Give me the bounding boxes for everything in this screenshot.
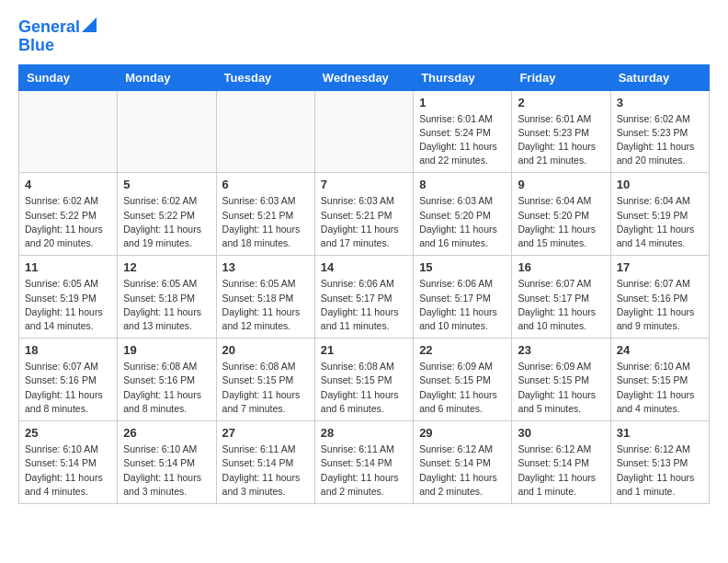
- day-info: Sunrise: 6:12 AM Sunset: 5:14 PM Dayligh…: [419, 442, 506, 499]
- calendar-cell: 8Sunrise: 6:03 AM Sunset: 5:20 PM Daylig…: [414, 173, 512, 256]
- day-number: 13: [222, 260, 309, 274]
- day-info: Sunrise: 6:04 AM Sunset: 5:19 PM Dayligh…: [617, 194, 703, 250]
- calendar-cell: 12Sunrise: 6:05 AM Sunset: 5:18 PM Dayli…: [118, 256, 216, 339]
- calendar-cell: 19Sunrise: 6:08 AM Sunset: 5:16 PM Dayli…: [118, 339, 216, 421]
- day-info: Sunrise: 6:08 AM Sunset: 5:16 PM Dayligh…: [123, 360, 210, 416]
- day-info: Sunrise: 6:02 AM Sunset: 5:22 PM Dayligh…: [25, 194, 111, 250]
- day-of-week-header: Friday: [512, 64, 610, 90]
- calendar-cell: [19, 90, 118, 173]
- day-info: Sunrise: 6:04 AM Sunset: 5:20 PM Dayligh…: [518, 194, 604, 250]
- day-info: Sunrise: 6:01 AM Sunset: 5:24 PM Dayligh…: [419, 112, 506, 168]
- day-info: Sunrise: 6:02 AM Sunset: 5:23 PM Dayligh…: [617, 112, 703, 168]
- day-of-week-header: Monday: [118, 64, 216, 90]
- day-number: 11: [25, 260, 111, 274]
- day-of-week-header: Tuesday: [216, 64, 314, 90]
- calendar-body: 1Sunrise: 6:01 AM Sunset: 5:24 PM Daylig…: [19, 90, 710, 503]
- calendar-week-row: 4Sunrise: 6:02 AM Sunset: 5:22 PM Daylig…: [19, 173, 710, 256]
- calendar-header-row: SundayMondayTuesdayWednesdayThursdayFrid…: [19, 64, 710, 90]
- day-number: 1: [419, 96, 506, 109]
- day-number: 6: [222, 178, 309, 191]
- day-number: 21: [321, 343, 407, 357]
- logo-arrow-icon: [82, 17, 97, 32]
- day-info: Sunrise: 6:03 AM Sunset: 5:21 PM Dayligh…: [321, 194, 407, 250]
- calendar-cell: 14Sunrise: 6:06 AM Sunset: 5:17 PM Dayli…: [314, 256, 413, 339]
- day-number: 3: [617, 96, 703, 109]
- day-of-week-header: Saturday: [610, 64, 709, 90]
- day-of-week-header: Sunday: [19, 64, 118, 90]
- day-info: Sunrise: 6:03 AM Sunset: 5:20 PM Dayligh…: [419, 194, 506, 250]
- day-number: 25: [25, 426, 111, 440]
- day-info: Sunrise: 6:11 AM Sunset: 5:14 PM Dayligh…: [222, 442, 309, 499]
- logo-text-general: General: [18, 18, 80, 37]
- day-number: 30: [518, 426, 604, 440]
- day-info: Sunrise: 6:09 AM Sunset: 5:15 PM Dayligh…: [518, 360, 604, 416]
- calendar-cell: 23Sunrise: 6:09 AM Sunset: 5:15 PM Dayli…: [512, 339, 610, 421]
- day-info: Sunrise: 6:01 AM Sunset: 5:23 PM Dayligh…: [518, 112, 604, 168]
- day-number: 15: [419, 260, 506, 274]
- calendar-cell: 17Sunrise: 6:07 AM Sunset: 5:16 PM Dayli…: [610, 256, 709, 339]
- day-number: 12: [123, 260, 210, 274]
- day-number: 16: [518, 260, 604, 274]
- calendar-cell: 28Sunrise: 6:11 AM Sunset: 5:14 PM Dayli…: [314, 421, 413, 504]
- day-number: 14: [321, 260, 407, 274]
- calendar-cell: 29Sunrise: 6:12 AM Sunset: 5:14 PM Dayli…: [414, 421, 512, 504]
- calendar-cell: 27Sunrise: 6:11 AM Sunset: 5:14 PM Dayli…: [216, 421, 314, 504]
- logo-text-blue: Blue: [18, 36, 54, 54]
- calendar-cell: 2Sunrise: 6:01 AM Sunset: 5:23 PM Daylig…: [512, 90, 610, 173]
- day-info: Sunrise: 6:05 AM Sunset: 5:18 PM Dayligh…: [123, 277, 210, 333]
- calendar-week-row: 25Sunrise: 6:10 AM Sunset: 5:14 PM Dayli…: [19, 421, 710, 504]
- logo: General Blue: [18, 18, 97, 55]
- day-info: Sunrise: 6:11 AM Sunset: 5:14 PM Dayligh…: [321, 442, 407, 499]
- calendar-week-row: 1Sunrise: 6:01 AM Sunset: 5:24 PM Daylig…: [19, 90, 710, 173]
- calendar-week-row: 18Sunrise: 6:07 AM Sunset: 5:16 PM Dayli…: [19, 339, 710, 421]
- day-number: 17: [617, 260, 703, 274]
- day-number: 31: [617, 426, 703, 440]
- calendar-cell: 7Sunrise: 6:03 AM Sunset: 5:21 PM Daylig…: [314, 173, 413, 256]
- calendar-cell: 21Sunrise: 6:08 AM Sunset: 5:15 PM Dayli…: [314, 339, 413, 421]
- calendar-cell: 30Sunrise: 6:12 AM Sunset: 5:14 PM Dayli…: [512, 421, 610, 504]
- day-info: Sunrise: 6:06 AM Sunset: 5:17 PM Dayligh…: [321, 277, 407, 333]
- calendar-cell: 15Sunrise: 6:06 AM Sunset: 5:17 PM Dayli…: [414, 256, 512, 339]
- calendar-table: SundayMondayTuesdayWednesdayThursdayFrid…: [18, 64, 710, 504]
- calendar-cell: 26Sunrise: 6:10 AM Sunset: 5:14 PM Dayli…: [118, 421, 216, 504]
- calendar-cell: 25Sunrise: 6:10 AM Sunset: 5:14 PM Dayli…: [19, 421, 118, 504]
- calendar-cell: 16Sunrise: 6:07 AM Sunset: 5:17 PM Dayli…: [512, 256, 610, 339]
- day-number: 19: [123, 343, 210, 357]
- day-info: Sunrise: 6:07 AM Sunset: 5:16 PM Dayligh…: [25, 360, 111, 416]
- day-info: Sunrise: 6:08 AM Sunset: 5:15 PM Dayligh…: [321, 360, 407, 416]
- calendar-cell: 10Sunrise: 6:04 AM Sunset: 5:19 PM Dayli…: [610, 173, 709, 256]
- calendar-cell: [216, 90, 314, 173]
- calendar-cell: 1Sunrise: 6:01 AM Sunset: 5:24 PM Daylig…: [414, 90, 512, 173]
- calendar-cell: [118, 90, 216, 173]
- calendar-cell: 5Sunrise: 6:02 AM Sunset: 5:22 PM Daylig…: [118, 173, 216, 256]
- calendar-cell: 13Sunrise: 6:05 AM Sunset: 5:18 PM Dayli…: [216, 256, 314, 339]
- day-info: Sunrise: 6:10 AM Sunset: 5:14 PM Dayligh…: [123, 442, 210, 499]
- day-number: 9: [518, 178, 604, 191]
- day-info: Sunrise: 6:05 AM Sunset: 5:18 PM Dayligh…: [222, 277, 309, 333]
- day-number: 29: [419, 426, 506, 440]
- day-of-week-header: Thursday: [414, 64, 512, 90]
- calendar-cell: 18Sunrise: 6:07 AM Sunset: 5:16 PM Dayli…: [19, 339, 118, 421]
- calendar-cell: 24Sunrise: 6:10 AM Sunset: 5:15 PM Dayli…: [610, 339, 709, 421]
- day-info: Sunrise: 6:02 AM Sunset: 5:22 PM Dayligh…: [123, 194, 210, 250]
- calendar-cell: 4Sunrise: 6:02 AM Sunset: 5:22 PM Daylig…: [19, 173, 118, 256]
- day-info: Sunrise: 6:05 AM Sunset: 5:19 PM Dayligh…: [25, 277, 111, 333]
- day-number: 18: [25, 343, 111, 357]
- day-number: 7: [321, 178, 407, 191]
- page-header: General Blue: [18, 18, 710, 55]
- day-number: 26: [123, 426, 210, 440]
- calendar-cell: 22Sunrise: 6:09 AM Sunset: 5:15 PM Dayli…: [414, 339, 512, 421]
- calendar-cell: [314, 90, 413, 173]
- day-info: Sunrise: 6:03 AM Sunset: 5:21 PM Dayligh…: [222, 194, 309, 250]
- calendar-cell: 9Sunrise: 6:04 AM Sunset: 5:20 PM Daylig…: [512, 173, 610, 256]
- calendar-week-row: 11Sunrise: 6:05 AM Sunset: 5:19 PM Dayli…: [19, 256, 710, 339]
- day-number: 8: [419, 178, 506, 191]
- svg-marker-0: [82, 17, 97, 32]
- day-number: 28: [321, 426, 407, 440]
- day-number: 27: [222, 426, 309, 440]
- day-number: 2: [518, 96, 604, 109]
- day-info: Sunrise: 6:06 AM Sunset: 5:17 PM Dayligh…: [419, 277, 506, 333]
- day-info: Sunrise: 6:09 AM Sunset: 5:15 PM Dayligh…: [419, 360, 506, 416]
- day-info: Sunrise: 6:07 AM Sunset: 5:16 PM Dayligh…: [617, 277, 703, 333]
- calendar-cell: 3Sunrise: 6:02 AM Sunset: 5:23 PM Daylig…: [610, 90, 709, 173]
